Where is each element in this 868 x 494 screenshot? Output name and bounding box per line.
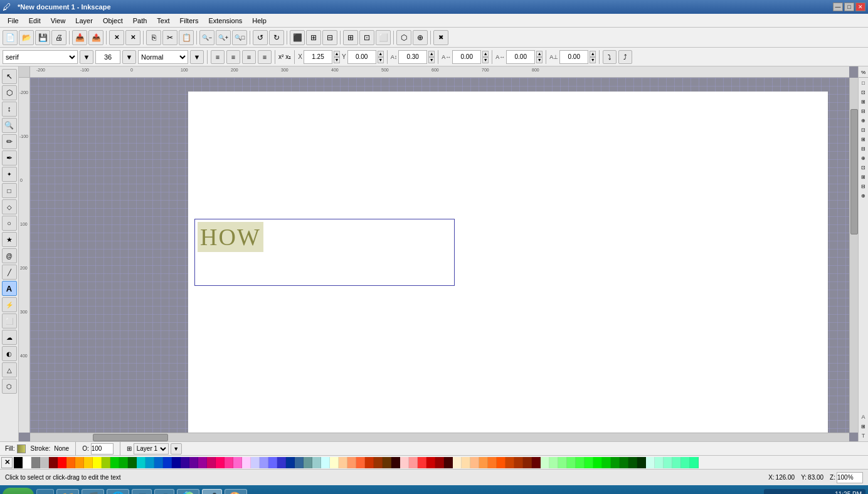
palette-swatch[interactable] bbox=[304, 457, 312, 468]
close-doc2-btn[interactable]: ✕ bbox=[125, 30, 140, 45]
calligraphy-tool[interactable]: ✦ bbox=[2, 167, 17, 182]
palette-swatch[interactable] bbox=[374, 457, 383, 468]
linespacing-input[interactable] bbox=[398, 50, 427, 64]
opacity-input[interactable] bbox=[91, 443, 114, 455]
undo-btn[interactable]: ↺ bbox=[253, 30, 268, 45]
print-btn[interactable]: 🖨 bbox=[51, 30, 66, 45]
menu-item-help[interactable]: Help bbox=[247, 14, 272, 27]
snap-node-paths[interactable]: ⊕ bbox=[859, 116, 868, 125]
snap-object-align[interactable]: ⊡ bbox=[859, 163, 868, 172]
palette-swatch[interactable] bbox=[400, 457, 409, 468]
new-btn[interactable]: 📄 bbox=[3, 30, 18, 45]
ie-browser-app[interactable]: 🌐 bbox=[107, 489, 129, 494]
file-manager-app[interactable]: 📁 bbox=[56, 489, 79, 494]
show-desktop-btn[interactable]: 🗂 bbox=[36, 489, 54, 494]
palette-swatch[interactable] bbox=[110, 457, 119, 468]
palette-swatch[interactable] bbox=[558, 457, 567, 468]
save-btn[interactable]: 💾 bbox=[35, 30, 50, 45]
close-btn-last[interactable]: ✖ bbox=[433, 30, 448, 45]
no-color-btn[interactable]: ✕ bbox=[1, 457, 13, 468]
snap-bbox-mid[interactable]: ⊞ bbox=[859, 97, 868, 106]
palette-swatch[interactable] bbox=[295, 457, 304, 468]
palette-swatch[interactable] bbox=[409, 457, 418, 468]
palette-swatch[interactable] bbox=[172, 457, 181, 468]
snap-centers[interactable]: ⊟ bbox=[859, 144, 868, 153]
palette-swatch[interactable] bbox=[40, 457, 49, 468]
minimize-btn[interactable]: — bbox=[833, 3, 843, 11]
gradient-tool[interactable]: ◐ bbox=[2, 346, 17, 361]
align-center-btn[interactable]: ≡ bbox=[226, 50, 240, 64]
palette-swatch[interactable] bbox=[690, 457, 699, 468]
palette-swatch[interactable] bbox=[128, 457, 137, 468]
palette-swatch[interactable] bbox=[66, 457, 75, 468]
palette-swatch[interactable] bbox=[154, 457, 163, 468]
palette-swatch[interactable] bbox=[102, 457, 110, 468]
palette-swatch[interactable] bbox=[479, 457, 488, 468]
snap-nodes[interactable]: ⊟ bbox=[859, 107, 868, 115]
palette-swatch[interactable] bbox=[365, 457, 374, 468]
palette-swatch[interactable] bbox=[672, 457, 681, 468]
palette-swatch[interactable] bbox=[435, 457, 444, 468]
x-down[interactable]: ▼ bbox=[334, 57, 340, 63]
palette-swatch[interactable] bbox=[628, 457, 637, 468]
vertical-scrollbar[interactable] bbox=[849, 78, 858, 433]
palette-swatch[interactable] bbox=[31, 457, 40, 468]
palette-swatch[interactable] bbox=[181, 457, 189, 468]
palette-swatch[interactable] bbox=[277, 457, 286, 468]
palette-swatch[interactable] bbox=[655, 457, 664, 468]
bucket-tool[interactable]: ☁ bbox=[2, 330, 17, 345]
palette-swatch[interactable] bbox=[23, 457, 31, 468]
palette-swatch[interactable] bbox=[198, 457, 207, 468]
align-left-btn[interactable]: ≡ bbox=[211, 50, 225, 64]
align-btn[interactable]: ⊞ bbox=[343, 30, 358, 45]
font-style-select[interactable]: Normal bbox=[138, 50, 188, 64]
spray-tool[interactable]: ⚡ bbox=[2, 297, 17, 312]
export-btn[interactable]: 📤 bbox=[88, 30, 103, 45]
palette-swatch[interactable] bbox=[225, 457, 233, 468]
palette-swatch[interactable] bbox=[207, 457, 216, 468]
snap-grids[interactable]: ⊞ bbox=[859, 172, 868, 181]
close-window-btn[interactable]: ✕ bbox=[855, 3, 865, 11]
palette-swatch[interactable] bbox=[233, 457, 242, 468]
baseline-input[interactable] bbox=[559, 50, 588, 64]
palette-swatch[interactable] bbox=[514, 457, 523, 468]
snap-page-border[interactable]: ⊕ bbox=[859, 191, 868, 200]
palette-swatch[interactable] bbox=[163, 457, 172, 468]
maximize-btn[interactable]: □ bbox=[844, 3, 854, 11]
palette-swatch[interactable] bbox=[251, 457, 260, 468]
menu-item-path[interactable]: Path bbox=[128, 14, 152, 27]
palette-swatch[interactable] bbox=[119, 457, 128, 468]
palette-swatch[interactable] bbox=[620, 457, 628, 468]
cs-up[interactable]: ▲ bbox=[536, 51, 542, 57]
start-button[interactable]: 🪟 Start bbox=[3, 488, 34, 494]
menu-item-layer[interactable]: Layer bbox=[70, 14, 98, 27]
palette-swatch[interactable] bbox=[312, 457, 321, 468]
cut-btn[interactable]: ✂ bbox=[162, 30, 177, 45]
ungroup-btn[interactable]: ⊟ bbox=[322, 30, 337, 45]
circle-tool[interactable]: ○ bbox=[2, 216, 17, 231]
snap-mid-points[interactable]: ⊞ bbox=[859, 135, 868, 144]
palette-swatch[interactable] bbox=[602, 457, 611, 468]
remove-flow-btn[interactable]: ⤴ bbox=[618, 50, 632, 64]
transform-btn[interactable]: ⬜ bbox=[376, 30, 391, 45]
pen-tool[interactable]: ✒ bbox=[2, 150, 17, 166]
palette-swatch[interactable] bbox=[84, 457, 93, 468]
open-btn[interactable]: 📂 bbox=[19, 30, 34, 45]
layer-options-btn[interactable]: ▼ bbox=[171, 443, 182, 455]
ws-down[interactable]: ▼ bbox=[482, 57, 489, 63]
palette-swatch[interactable] bbox=[75, 457, 84, 468]
layer-select[interactable]: Layer 1 bbox=[134, 443, 169, 455]
flow-into-btn[interactable]: ⤵ bbox=[603, 50, 617, 64]
palette-swatch[interactable] bbox=[383, 457, 391, 468]
palette-swatch[interactable] bbox=[321, 457, 330, 468]
zoom-fit-btn[interactable]: 🔍− bbox=[199, 30, 214, 45]
star-tool[interactable]: ★ bbox=[2, 232, 17, 247]
palette-swatch[interactable] bbox=[646, 457, 655, 468]
vscroll-thumb[interactable] bbox=[850, 109, 858, 234]
snap-grid-ico[interactable]: ⊞ bbox=[859, 422, 868, 431]
palette-swatch[interactable] bbox=[453, 457, 462, 468]
snap-bbox[interactable]: □ bbox=[859, 78, 868, 87]
select-tool[interactable]: ↖ bbox=[2, 69, 17, 84]
zoom-page-btn[interactable]: 🔍□ bbox=[232, 30, 247, 45]
charspacing-input[interactable] bbox=[506, 50, 535, 64]
